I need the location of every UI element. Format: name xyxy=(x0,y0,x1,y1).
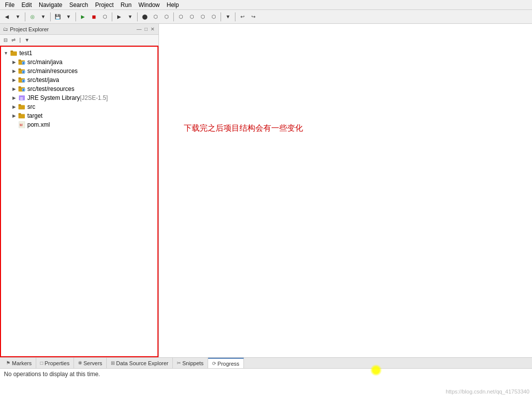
src-icon xyxy=(18,103,26,111)
tree-item-src-main-resources[interactable]: ▶ J src/main/resources xyxy=(1,67,157,76)
middle-row: 🗂 Project Explorer — □ ✕ ⊟ ⇌ | ▼ ▼ xyxy=(0,24,532,357)
svg-rect-23 xyxy=(18,113,21,115)
toolbar-btn-11[interactable]: ⬡ xyxy=(198,12,208,22)
tree-item-src-test-java[interactable]: ▶ J src/test/java xyxy=(1,76,157,84)
toolbar-dropdown5[interactable]: ▼ xyxy=(223,12,233,22)
tree-label-target: target xyxy=(27,112,43,119)
tree-item-src-test-resources[interactable]: ▶ J src/test/resources xyxy=(1,84,157,93)
tab-markers-label: Markers xyxy=(12,360,32,366)
toolbar-save[interactable]: 💾 xyxy=(53,12,63,22)
tab-progress-label: Progress xyxy=(218,361,239,367)
toolbar-back[interactable]: ◀ xyxy=(2,12,12,22)
svg-text:J: J xyxy=(22,88,24,91)
tree-item-target[interactable]: ▶ target xyxy=(1,111,157,120)
tab-markers[interactable]: ⚑ Markers xyxy=(2,358,36,368)
tree-label-src-test-java: src/test/java xyxy=(27,77,59,83)
menu-run[interactable]: Run xyxy=(118,1,135,9)
tree-label-pom: pom.xml xyxy=(27,121,50,128)
toolbar-btn-5[interactable]: ▶ xyxy=(114,12,124,22)
pe-header-left: 🗂 Project Explorer xyxy=(3,26,49,32)
markers-icon: ⚑ xyxy=(6,360,10,366)
toolbar-btn-9[interactable]: ⬡ xyxy=(176,12,186,22)
tree-arrow-target: ▶ xyxy=(11,113,17,118)
toolbar-run[interactable]: ▶ xyxy=(78,12,88,22)
servers-icon: ❋ xyxy=(78,360,82,366)
tree-arrow-src-test-java: ▶ xyxy=(11,78,17,82)
pe-toolbar: ⊟ ⇌ | ▼ xyxy=(0,35,158,46)
tab-servers-label: Servers xyxy=(83,360,102,366)
svg-text:J: J xyxy=(22,71,24,74)
svg-text:J: J xyxy=(22,62,24,65)
tab-properties-label: Properties xyxy=(45,360,70,366)
svg-rect-20 xyxy=(18,105,25,110)
toolbar-separator-6 xyxy=(173,12,174,21)
toolbar-btn-8[interactable]: ⬡ xyxy=(161,12,171,22)
pe-minimize-btn[interactable]: — xyxy=(136,26,143,32)
svg-text:M: M xyxy=(20,123,23,127)
test-folder-icon: J xyxy=(18,76,26,84)
watermark: https://blog.csdn.net/qq_41753340 xyxy=(446,389,530,395)
tree-item-test1[interactable]: ▼ test1 xyxy=(1,49,157,58)
src-folder-icon: J xyxy=(18,58,26,66)
tab-progress[interactable]: ⟳ Progress xyxy=(208,358,244,368)
annotation-text: 下载完之后项目结构会有一些变化 xyxy=(184,123,303,134)
tree-item-src-main-java[interactable]: ▶ J src/main/java xyxy=(1,58,157,67)
svg-rect-0 xyxy=(10,52,17,56)
datasource-icon: ⊞ xyxy=(111,360,115,366)
pe-link-editor[interactable]: ⇌ xyxy=(10,37,17,43)
pe-tree: ▼ test1 ▶ xyxy=(0,46,158,357)
menu-edit[interactable]: Edit xyxy=(18,1,35,9)
pe-separator: | xyxy=(18,37,22,43)
menu-file[interactable]: File xyxy=(2,1,17,9)
tree-item-pom[interactable]: M pom.xml xyxy=(1,120,157,129)
toolbar-stop[interactable]: ◼ xyxy=(89,12,99,22)
pe-collapse-all[interactable]: ⊟ xyxy=(2,37,9,43)
toolbar-separator-4 xyxy=(112,12,112,21)
toolbar-btn-10[interactable]: ⬡ xyxy=(187,12,197,22)
bottom-tabs: ⚑ Markers □ Properties ❋ Servers ⊞ Data … xyxy=(0,358,532,369)
toolbar-dropdown1[interactable]: ▼ xyxy=(13,12,23,22)
toolbar: ◀ ▼ ◎ ▼ 💾 ▼ ▶ ◼ ⬡ ▶ ▼ ⬤ ⬡ ⬡ ⬡ ⬡ ⬡ ⬡ ▼ ↩ … xyxy=(0,10,532,24)
toolbar-undo[interactable]: ↩ xyxy=(237,12,247,22)
toolbar-btn-12[interactable]: ⬡ xyxy=(209,12,219,22)
tab-snippets[interactable]: ✂ Snippets xyxy=(173,358,208,368)
menu-navigate[interactable]: Navigate xyxy=(36,1,65,9)
editor-area: 下载完之后项目结构会有一些变化 xyxy=(159,24,532,357)
toolbar-new[interactable]: ◎ xyxy=(27,12,37,22)
svg-rect-22 xyxy=(18,114,25,119)
pe-header-right: — □ ✕ xyxy=(136,26,155,32)
svg-rect-7 xyxy=(18,69,21,70)
toolbar-btn-6[interactable]: ⬤ xyxy=(140,12,150,22)
svg-rect-3 xyxy=(18,60,21,61)
tab-datasource[interactable]: ⊞ Data Source Explorer xyxy=(107,358,173,368)
toolbar-dropdown3[interactable]: ▼ xyxy=(64,12,74,22)
menu-help[interactable]: Help xyxy=(164,1,182,9)
menu-project[interactable]: Project xyxy=(92,1,116,9)
tab-datasource-label: Data Source Explorer xyxy=(116,360,168,366)
tree-label-src-main-resources: src/main/resources xyxy=(27,68,77,75)
tree-arrow-src-main-resources: ▶ xyxy=(11,69,17,74)
pe-maximize-btn[interactable]: □ xyxy=(144,26,149,32)
menu-window[interactable]: Window xyxy=(136,1,163,9)
toolbar-separator-1 xyxy=(25,12,25,21)
tree-item-jre[interactable]: ▶ ☰ JRE System Library [J2SE-1.5] xyxy=(1,93,157,102)
tab-servers[interactable]: ❋ Servers xyxy=(74,358,107,368)
tree-arrow-test1: ▼ xyxy=(3,51,9,56)
toolbar-redo[interactable]: ↪ xyxy=(248,12,258,22)
toolbar-separator-3 xyxy=(76,12,76,21)
project-explorer-icon: 🗂 xyxy=(3,26,8,32)
pom-icon: M xyxy=(18,121,26,129)
toolbar-dropdown4[interactable]: ▼ xyxy=(125,12,135,22)
project-explorer-title: Project Explorer xyxy=(10,26,49,32)
tree-arrow-src-main-java: ▶ xyxy=(11,60,17,65)
toolbar-debug[interactable]: ⬡ xyxy=(100,12,110,22)
menu-search[interactable]: Search xyxy=(66,1,91,9)
pe-view-menu[interactable]: ▼ xyxy=(23,37,31,43)
tree-item-src[interactable]: ▶ src xyxy=(1,102,157,111)
menu-bar: File Edit Navigate Search Project Run Wi… xyxy=(0,0,532,10)
toolbar-dropdown2[interactable]: ▼ xyxy=(38,12,48,22)
tree-label-src: src xyxy=(27,103,35,110)
tab-properties[interactable]: □ Properties xyxy=(36,358,74,368)
pe-close-btn[interactable]: ✕ xyxy=(150,26,155,32)
toolbar-btn-7[interactable]: ⬡ xyxy=(151,12,160,22)
